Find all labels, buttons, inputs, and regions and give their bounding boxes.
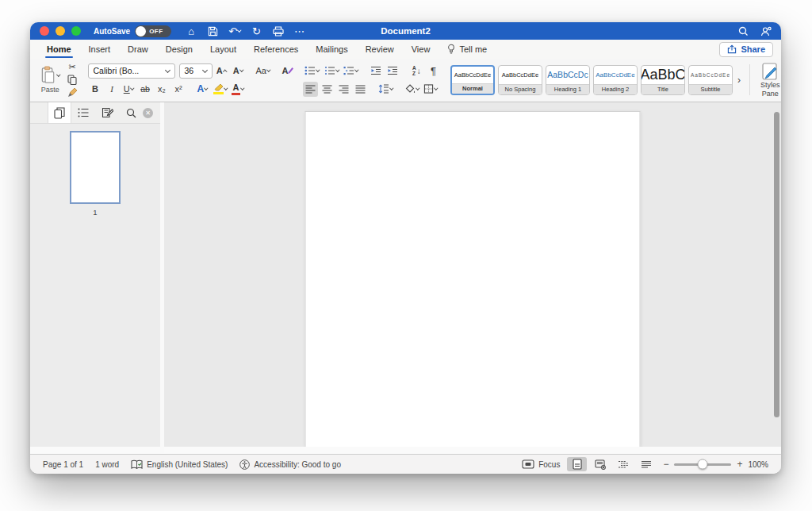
style-subtitle[interactable]: AaBbCcDdEe Subtitle <box>688 65 733 95</box>
grow-font-button[interactable]: A <box>214 63 229 79</box>
tab-mailings[interactable]: Mailings <box>307 40 356 59</box>
zoom-in-button[interactable]: + <box>737 459 742 470</box>
show-paragraph-marks-button[interactable]: ¶ <box>426 63 441 79</box>
font-name-combo[interactable]: Calibri (Bo... <box>88 63 175 79</box>
justify-button[interactable] <box>353 82 368 97</box>
font-size-chevron[interactable] <box>201 67 207 72</box>
zoom-slider-knob[interactable] <box>698 459 708 470</box>
search-icon[interactable] <box>737 25 749 37</box>
font-name-chevron[interactable] <box>164 67 170 72</box>
tab-references[interactable]: References <box>245 40 307 59</box>
page-count[interactable]: Page 1 of 1 <box>43 460 83 469</box>
shading-button[interactable] <box>404 82 421 97</box>
font-color-button[interactable]: A <box>230 82 246 97</box>
word-count[interactable]: 1 word <box>95 460 119 469</box>
proofing-status[interactable]: English (United States) <box>131 459 228 470</box>
borders-chevron[interactable] <box>435 86 439 90</box>
align-right-button[interactable] <box>336 82 351 97</box>
vertical-scrollbar[interactable] <box>774 112 779 417</box>
page-thumbnail-1[interactable] <box>70 131 121 204</box>
change-case-button[interactable]: Aa <box>255 63 272 79</box>
sidebar-tab-headings[interactable] <box>71 102 95 123</box>
zoom-level[interactable]: 100% <box>748 460 768 469</box>
underline-chevron[interactable] <box>130 86 134 90</box>
style-title[interactable]: AaBbC Title <box>641 65 685 95</box>
redo-icon[interactable]: ↻ <box>251 25 262 37</box>
style-normal[interactable]: AaBbCcDdEe Normal <box>450 65 495 95</box>
shading-chevron[interactable] <box>416 86 419 90</box>
tab-design[interactable]: Design <box>157 40 201 59</box>
shrink-font-button[interactable]: A <box>231 63 246 79</box>
style-heading-2[interactable]: AaBbCcDdEe Heading 2 <box>593 65 638 95</box>
sidebar-tab-thumbnails[interactable] <box>48 102 71 123</box>
highlight-chevron[interactable] <box>224 86 228 90</box>
tab-home[interactable]: Home <box>38 40 80 59</box>
sidebar-tab-comments[interactable] <box>95 102 119 123</box>
print-icon[interactable] <box>273 25 284 37</box>
highlight-color-button[interactable] <box>212 82 229 97</box>
increase-indent-button[interactable] <box>385 63 400 79</box>
paste-button[interactable]: Paste <box>38 66 63 94</box>
strikethrough-button[interactable]: ab <box>138 82 153 97</box>
focus-button[interactable]: Focus <box>522 459 560 469</box>
sidebar-tab-find[interactable] <box>119 102 143 123</box>
font-size-combo[interactable]: 36 <box>179 63 213 79</box>
superscript-button[interactable]: x² <box>171 82 186 97</box>
share-button[interactable]: Share <box>719 42 773 57</box>
autosave-toggle[interactable]: OFF <box>135 25 171 37</box>
tab-insert[interactable]: Insert <box>80 40 120 59</box>
tab-layout[interactable]: Layout <box>201 40 245 59</box>
bullet-list-chevron[interactable] <box>316 68 320 72</box>
copy-icon[interactable] <box>65 74 80 86</box>
borders-button[interactable] <box>422 82 439 97</box>
bold-button[interactable]: B <box>88 82 103 97</box>
print-layout-view-button[interactable] <box>567 457 587 471</box>
tab-tell-me[interactable]: Tell me <box>439 40 496 59</box>
numbered-list-chevron[interactable] <box>335 68 339 72</box>
account-icon[interactable] <box>760 25 772 37</box>
draft-view-button[interactable] <box>636 457 656 471</box>
italic-button[interactable]: I <box>105 82 120 97</box>
format-painter-icon[interactable] <box>65 86 80 98</box>
clear-formatting-button[interactable]: A <box>280 63 295 79</box>
underline-button[interactable]: U <box>121 82 136 97</box>
cut-icon[interactable]: ✂ <box>65 61 80 73</box>
zoom-out-button[interactable]: − <box>663 459 668 470</box>
bullet-list-button[interactable] <box>303 63 321 79</box>
text-effects-chevron[interactable] <box>204 86 208 90</box>
decrease-indent-button[interactable] <box>369 63 384 79</box>
align-center-button[interactable] <box>320 82 335 97</box>
multilevel-list-chevron[interactable] <box>355 68 359 72</box>
multilevel-list-button[interactable] <box>342 63 360 79</box>
text-effects-button[interactable]: A <box>195 82 210 97</box>
undo-button[interactable]: ↶ <box>228 25 240 37</box>
zoom-slider[interactable] <box>674 463 731 466</box>
sidebar-close-icon[interactable]: ✕ <box>143 108 153 118</box>
fullscreen-window-button[interactable] <box>71 26 81 36</box>
style-heading-1[interactable]: AaBbCcDc Heading 1 <box>546 65 590 95</box>
tab-draw[interactable]: Draw <box>119 40 157 59</box>
line-spacing-chevron[interactable] <box>390 86 394 90</box>
web-layout-view-button[interactable] <box>590 457 610 471</box>
line-spacing-button[interactable] <box>377 82 395 97</box>
style-no-spacing[interactable]: AaBbCcDdEe No Spacing <box>498 65 542 95</box>
align-left-button[interactable] <box>303 82 318 97</box>
tab-review[interactable]: Review <box>357 40 403 59</box>
styles-gallery-more-button[interactable]: › <box>736 75 742 86</box>
close-window-button[interactable] <box>40 26 49 36</box>
undo-dropdown-chevron[interactable] <box>237 29 241 33</box>
tab-view[interactable]: View <box>403 40 439 59</box>
more-commands-icon[interactable]: ⋯ <box>294 25 305 37</box>
numbered-list-button[interactable] <box>323 63 341 79</box>
save-icon[interactable] <box>207 25 218 37</box>
home-icon[interactable]: ⌂ <box>186 25 197 37</box>
sort-button[interactable]: AZ ↓ <box>409 63 424 79</box>
paste-dropdown-chevron[interactable] <box>56 72 60 76</box>
minimize-window-button[interactable] <box>56 26 65 36</box>
subscript-button[interactable]: x₂ <box>155 82 170 97</box>
accessibility-status[interactable]: Accessibility: Good to go <box>239 459 341 470</box>
font-color-chevron[interactable] <box>240 86 244 90</box>
styles-pane-button[interactable]: Styles Pane <box>757 62 781 98</box>
outline-view-button[interactable] <box>613 457 633 471</box>
document-page[interactable] <box>305 111 641 447</box>
